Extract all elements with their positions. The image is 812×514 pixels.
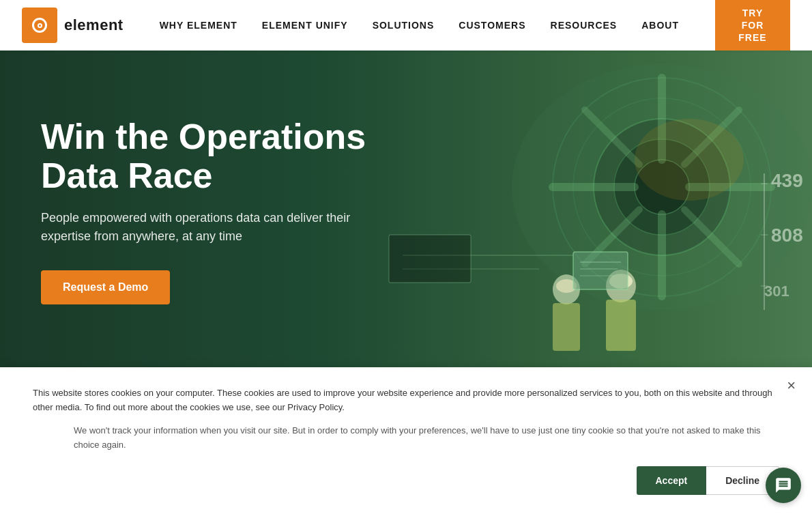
request-demo-button[interactable]: Request a Demo [41,270,170,304]
logo-icon-dot [38,23,42,28]
cookie-close-button[interactable]: × [787,378,796,393]
logo-text: element [64,16,124,34]
hero-title: Win the Operations Data Race [41,117,368,195]
nav-item-resources[interactable]: RESOURCES [551,19,618,31]
svg-rect-29 [606,300,636,351]
nav-link-resources[interactable]: RESOURCES [551,20,618,31]
nav-item-element-unify[interactable]: ELEMENT UNIFY [262,19,348,31]
logo[interactable]: element [22,8,124,43]
svg-point-25 [553,274,580,304]
svg-point-27 [556,279,577,293]
svg-point-2 [573,98,751,276]
hero-section: 439 808 301 Win the Operations Data Race… [0,51,812,371]
svg-line-12 [684,110,739,165]
nav-link-customers[interactable]: CUSTOMERS [459,20,525,31]
svg-line-10 [585,110,639,165]
nav-item-why-element[interactable]: WHY ELEMENT [160,19,237,31]
svg-text:808: 808 [771,225,803,246]
svg-point-0 [512,64,812,310]
svg-point-30 [609,274,633,289]
chat-widget-button[interactable] [766,468,801,503]
nav-links: WHY ELEMENT ELEMENT UNIFY SOLUTIONS CUST… [160,19,679,31]
navbar: element WHY ELEMENT ELEMENT UNIFY SOLUTI… [0,0,812,51]
nav-link-why-element[interactable]: WHY ELEMENT [160,20,237,31]
nav-item-solutions[interactable]: SOLUTIONS [373,19,435,31]
svg-line-11 [684,210,739,264]
svg-point-3 [594,119,730,255]
svg-text:439: 439 [771,170,803,191]
cookie-actions: Accept Decline [33,466,779,495]
turbine-svg: 439 808 301 [334,51,812,371]
hero-content: Win the Operations Data Race People empo… [0,117,368,304]
svg-rect-26 [553,303,580,351]
svg-point-4 [614,139,710,235]
try-for-free-button[interactable]: TRY FOR FREE [715,0,790,51]
chat-bubble-icon [774,476,792,494]
logo-icon-ring [32,18,47,33]
nav-item-about[interactable]: ABOUT [641,19,679,31]
svg-text:301: 301 [764,283,789,300]
svg-point-5 [635,160,689,214]
svg-rect-31 [573,252,628,289]
svg-line-13 [585,210,639,264]
svg-point-28 [606,270,636,302]
nav-item-customers[interactable]: CUSTOMERS [459,19,525,31]
cookie-banner: × This website stores cookies on your co… [0,367,812,514]
nav-link-solutions[interactable]: SOLUTIONS [373,20,435,31]
cookie-main-text: This website stores cookies on your comp… [33,386,779,415]
cookie-secondary-text: We won't track your information when you… [33,424,779,453]
svg-rect-17 [389,235,471,283]
svg-point-14 [635,119,744,201]
nav-link-about[interactable]: ABOUT [641,20,679,31]
cookie-accept-button[interactable]: Accept [637,466,707,495]
logo-icon [22,8,57,43]
hero-subtitle: People empowered with operations data ca… [41,209,355,246]
nav-link-element-unify[interactable]: ELEMENT UNIFY [262,20,348,31]
svg-point-1 [553,78,771,296]
